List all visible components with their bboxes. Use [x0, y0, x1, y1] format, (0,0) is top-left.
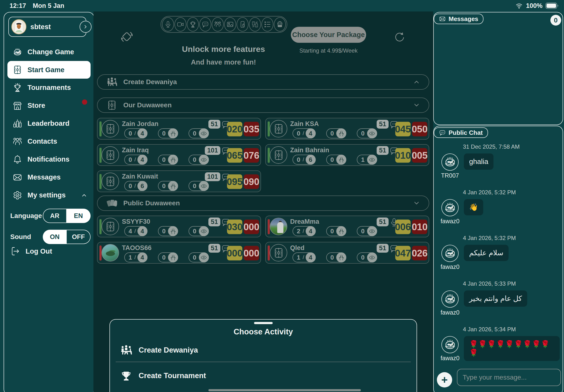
public-chat-panel: Public Chat 31 Dec 2025, 7:58 AM TR007 g…	[433, 126, 563, 392]
sidebar-item-messages[interactable]: Messages	[4, 168, 94, 186]
room-card[interactable]: Qled 1/ 4 0 0 51	[265, 242, 429, 264]
room-card[interactable]: Zain KSA 0/ 4 0 0 51	[265, 118, 429, 140]
language-label: Language	[10, 212, 42, 220]
room-card[interactable]: Zain Kuwait 0/ 6 0 0 101	[97, 170, 261, 192]
room-avatar	[102, 120, 119, 138]
players-pill: 0/ 4	[124, 155, 148, 165]
game-board-icon	[273, 247, 284, 258]
message-timestamp: 4 Jan 2026, 5:33 PM	[463, 280, 560, 287]
messages-panel-header[interactable]: Messages	[434, 14, 483, 24]
section-create-dewaniya[interactable]: Create Dewaniya	[97, 74, 429, 90]
room-status-bar	[268, 148, 270, 163]
home-indicator	[208, 389, 361, 391]
room-card[interactable]: Zain Bahrain 0/ 6 0 1 51	[265, 144, 429, 166]
room-card[interactable]: DreaMma 2/ 4 0 0 51	[265, 216, 429, 237]
kout-dish-icon	[444, 247, 456, 260]
game-board-icon	[107, 100, 117, 111]
kout-dish-icon	[444, 156, 456, 168]
choose-package-button[interactable]: Choose Your Package	[291, 27, 366, 43]
sidebar-item-leaderboard[interactable]: Leaderboard	[4, 114, 94, 132]
sidebar-item-label: Leaderboard	[28, 120, 69, 127]
chat-message: 4 Jan 2026, 5:34 PM fawaz0 🌹🌹🌹🌹🌹🌹🌹🌹🌹🌹	[439, 326, 560, 362]
public-chat-header[interactable]: Public Chat	[434, 127, 488, 138]
score-us: 030	[227, 220, 242, 234]
sidebar-item-my-settings[interactable]: My settings	[4, 186, 94, 204]
section-label: Public Duwaween	[123, 199, 180, 207]
room-card[interactable]: Zain Iraq 0/ 4 0 0 101	[97, 144, 261, 166]
score-them: 005	[412, 148, 427, 163]
room-card[interactable]: TAOOS66 1/ 4 0 0 51	[97, 242, 261, 264]
avatar	[441, 290, 459, 308]
battery-icon	[545, 2, 559, 9]
status-bar: 12:17 Mon 5 Jan 100%	[0, 0, 564, 12]
highfive-icon	[168, 181, 178, 191]
room-avatar	[102, 173, 119, 190]
people-icon	[212, 17, 224, 31]
players-pill: 0/ 4	[292, 128, 316, 138]
sidebar-item-start-game[interactable]: Start Game	[7, 61, 91, 79]
language-option-en[interactable]: EN	[67, 209, 91, 223]
sidebar-item-notifications[interactable]: Notifications	[4, 150, 94, 168]
language-option-ar[interactable]: AR	[43, 209, 67, 223]
room-status-bar	[268, 219, 270, 234]
sidebar-item-label: Notifications	[28, 155, 69, 163]
players-pill: 0/ 6	[124, 181, 148, 191]
avatar	[441, 336, 459, 353]
activity-create-dewaniya[interactable]: Create Dewaniya	[121, 342, 198, 358]
sheet-drag-handle[interactable]	[254, 322, 273, 324]
chat-message: 31 Dec 2025, 7:58 AM TR007 ghalia	[439, 143, 560, 179]
fanned-cards-icon	[107, 198, 117, 209]
highfives-pill: 0	[326, 252, 346, 263]
sidebar-item-store[interactable]: Store	[4, 97, 94, 114]
chat-message-input[interactable]	[457, 369, 561, 386]
logout-icon	[10, 246, 20, 256]
kout-dish-icon	[13, 47, 22, 57]
eye-icon	[199, 128, 209, 138]
refresh-button[interactable]	[394, 31, 406, 43]
panel-title: Public Chat	[449, 129, 483, 137]
sidebar-item-label: Messages	[28, 173, 61, 181]
unread-count-badge: 0	[550, 15, 561, 26]
section-our-duwaween[interactable]: Our Duwaween	[97, 98, 429, 113]
microphone-icon	[162, 17, 174, 31]
score-us: 095	[227, 174, 242, 189]
sound-option-off[interactable]: OFF	[67, 230, 91, 244]
message-bubble: 👋	[464, 199, 483, 215]
sidebar-item-label: Tournaments	[28, 84, 71, 92]
profile-expand-button[interactable]	[80, 21, 92, 33]
room-name: Zain Iraq	[122, 147, 149, 154]
game-board-icon	[105, 176, 116, 187]
sidebar: sbtest Change Game Start Game Tournament…	[4, 12, 94, 392]
room-name: Zain KSA	[290, 120, 319, 128]
eye-icon	[199, 155, 209, 165]
promo-subtitle: And have more fun!	[152, 58, 295, 66]
sidebar-item-contacts[interactable]: Contacts	[4, 132, 94, 150]
profile-card[interactable]: sbtest	[8, 17, 86, 37]
logout-button[interactable]: Log Out	[10, 246, 52, 256]
score-us: 020	[227, 122, 242, 137]
eye-icon	[367, 252, 377, 263]
section-public-duwaween[interactable]: Public Duwaween	[97, 196, 429, 211]
globe-icon	[274, 17, 286, 31]
chat-message-list[interactable]: 31 Dec 2025, 7:58 AM TR007 ghalia 4 Jan …	[439, 143, 560, 364]
spectators-pill: 0	[189, 155, 209, 165]
capacity-badge: 4	[138, 128, 148, 138]
meeting-icon	[107, 77, 117, 87]
sound-option-on[interactable]: ON	[43, 230, 67, 244]
activity-create-tournament[interactable]: Create Tournament	[121, 368, 206, 384]
eye-icon	[367, 226, 377, 236]
sidebar-item-tournaments[interactable]: Tournaments	[4, 79, 94, 97]
video-camera-icon	[175, 17, 186, 31]
room-card[interactable]: SSYYF30 4/ 4 0 0 51	[97, 216, 261, 237]
card-swap-icon	[249, 17, 261, 31]
capacity-badge: 4	[306, 128, 316, 138]
attach-button[interactable]: +	[437, 372, 452, 388]
room-card[interactable]: Zain Jordan 0/ 4 0 0 51	[97, 118, 261, 140]
envelope-icon	[439, 15, 446, 22]
chat-message: 4 Jan 2026, 5:32 PM fawaz0 سلام عليكم	[439, 235, 560, 270]
room-name: Zain Jordan	[122, 120, 158, 128]
room-name: Qled	[290, 244, 304, 252]
sidebar-item-change-game[interactable]: Change Game	[4, 43, 94, 61]
eye-icon	[367, 128, 377, 138]
game-board-icon	[105, 123, 116, 134]
